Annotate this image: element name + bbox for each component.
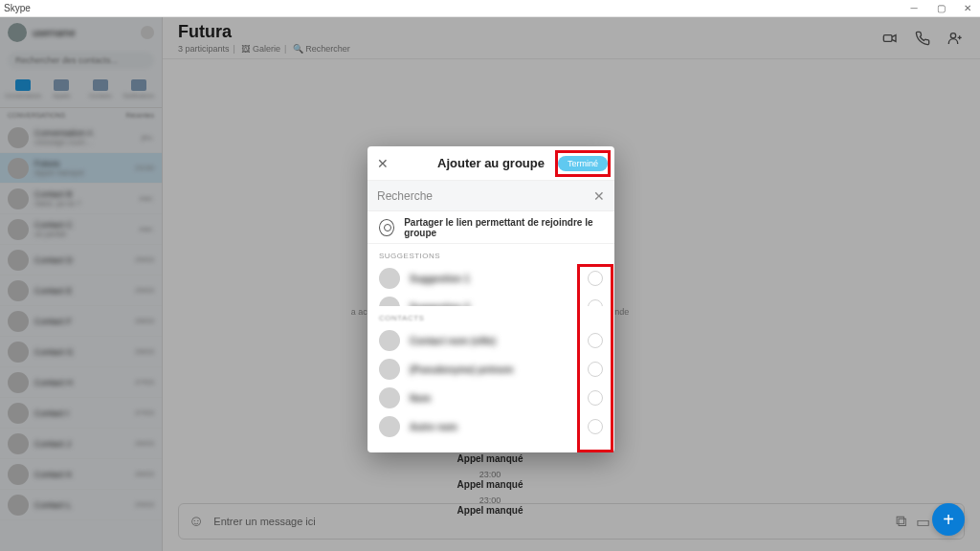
- share-group-link[interactable]: Partager le lien permettant de rejoindre…: [368, 211, 614, 244]
- window-close[interactable]: ✕: [959, 3, 976, 13]
- window-titlebar: Skype ─ ▢ ✕: [0, 0, 980, 17]
- person-name: Contact nom (ville): [410, 336, 578, 346]
- share-link-label: Partager le lien permettant de rejoindre…: [404, 217, 603, 238]
- person-name: Suggestion 1: [410, 274, 578, 284]
- modal-done-button[interactable]: Terminé: [558, 156, 608, 171]
- app-title: Skype: [4, 3, 31, 13]
- select-checkbox[interactable]: [588, 333, 603, 348]
- avatar: [379, 297, 400, 306]
- modal-close-icon[interactable]: ✕: [377, 156, 389, 171]
- contact-item[interactable]: Autre nom: [368, 412, 614, 441]
- suggestion-item[interactable]: Suggestion 2: [368, 293, 614, 306]
- annotation-highlight-done: Terminé: [555, 150, 611, 177]
- avatar: [379, 387, 400, 408]
- avatar: [379, 330, 400, 351]
- select-checkbox[interactable]: [588, 390, 603, 406]
- window-minimize[interactable]: ─: [905, 3, 923, 13]
- modal-search-label: Recherche: [377, 189, 593, 203]
- person-name: Nom: [410, 393, 578, 404]
- add-to-group-modal: ✕ Ajouter au groupe Terminé Recherche ✕ …: [368, 146, 614, 452]
- select-checkbox[interactable]: [588, 362, 603, 377]
- modal-search-row[interactable]: Recherche ✕: [368, 181, 614, 211]
- contact-item[interactable]: Nom: [368, 384, 614, 412]
- select-checkbox[interactable]: [588, 419, 603, 434]
- avatar: [379, 416, 400, 437]
- person-name: Autre nom: [410, 422, 578, 432]
- select-checkbox[interactable]: [588, 299, 603, 306]
- modal-title: Ajouter au groupe: [437, 156, 545, 170]
- contacts-label: CONTACTS: [368, 306, 614, 326]
- select-checkbox[interactable]: [588, 271, 603, 286]
- avatar: [379, 268, 400, 289]
- contact-item[interactable]: (Pseudonyme) prénom: [368, 355, 614, 384]
- suggestion-item[interactable]: Suggestion 1: [368, 264, 614, 293]
- share-link-icon: [379, 219, 394, 236]
- avatar: [379, 359, 400, 380]
- contact-item[interactable]: Contact nom (ville): [368, 326, 614, 355]
- window-maximize[interactable]: ▢: [932, 3, 949, 13]
- suggestions-label: SUGGESTIONS: [368, 244, 614, 264]
- modal-search-clear-icon[interactable]: ✕: [593, 188, 605, 204]
- person-name: (Pseudonyme) prénom: [410, 364, 578, 375]
- new-compose-fab[interactable]: +: [932, 503, 965, 536]
